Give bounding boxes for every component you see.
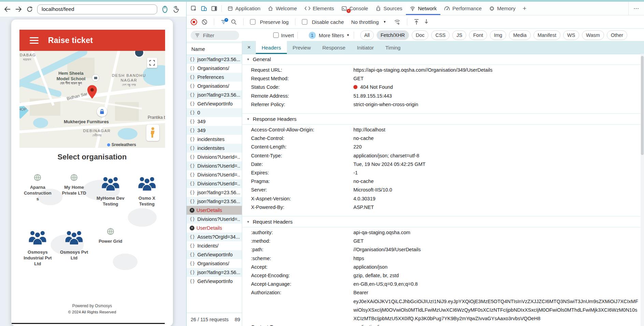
scrollbar-thumb[interactable]	[641, 56, 644, 155]
reload-button[interactable]	[26, 5, 33, 13]
request-row[interactable]: {} × Organisations/	[187, 82, 242, 90]
filter-chip[interactable]: CSS	[431, 30, 450, 40]
section-request-headers-header[interactable]: ▼ Request Headers	[242, 216, 641, 227]
inspect-element-icon[interactable]	[189, 2, 199, 15]
detail-tab-initiator[interactable]: Initiator	[351, 41, 380, 54]
forward-button[interactable]	[15, 5, 22, 13]
org-tile-aparna-constructions[interactable]: Aparna Constructions	[19, 173, 56, 227]
org-tile-osmosys-industrial[interactable]: Osmosys Industrial Pvt Ltd	[19, 227, 56, 267]
json-request-icon: {}	[190, 181, 195, 186]
org-tile-myhome-dev-testing[interactable]: MyHome Dev Testing	[92, 173, 129, 227]
search-icon[interactable]	[231, 19, 237, 25]
request-row[interactable]: {} × 349	[187, 126, 242, 135]
hamburger-menu-icon[interactable]	[30, 37, 39, 44]
request-row[interactable]: {} × json?latlng=23.56...	[187, 55, 242, 64]
devtools-tabbar: Application Welcome Elements Console × S…	[187, 2, 644, 15]
detail-tab-headers[interactable]: Headers	[256, 41, 287, 54]
filter-toggle-icon[interactable]: ×	[221, 19, 226, 25]
request-row[interactable]: {} × Incidents/	[187, 241, 242, 250]
request-row[interactable]: {} × GetViewportInfo	[187, 99, 242, 108]
org-tile-osmosys-pvt[interactable]: Osmosys Pvt Ltd	[56, 227, 92, 267]
filter-chip[interactable]: Wasm	[582, 30, 604, 40]
back-button[interactable]	[3, 5, 11, 13]
detail-tab-timing[interactable]: Timing	[380, 41, 406, 54]
request-row[interactable]: {} × UserDetails	[187, 224, 242, 232]
request-row[interactable]: {} × Divisions?UserId=...	[187, 215, 242, 224]
tab-elements[interactable]: Elements	[301, 2, 338, 15]
org-tile-osmo-x-testing[interactable]: Osmo X Testing	[129, 173, 165, 227]
filter-chip[interactable]: Font	[469, 30, 487, 40]
tab-performance[interactable]: Performance	[440, 2, 485, 15]
browser-toolbar: localhost/feed	[0, 2, 186, 17]
tab-sources[interactable]: Sources	[372, 2, 406, 15]
mouse-icon[interactable]	[161, 5, 169, 13]
request-row[interactable]: {} × Organisations/	[187, 259, 242, 268]
network-conditions-icon[interactable]	[394, 19, 400, 25]
fullscreen-button[interactable]	[147, 58, 157, 68]
close-detail-icon[interactable]: ×	[242, 41, 256, 54]
request-row[interactable]: {} × json?latlng=23.56...	[187, 197, 242, 206]
dock-side-icon[interactable]	[209, 2, 219, 15]
devtools-menu-button[interactable]: ⋯	[628, 2, 644, 15]
filter-chip[interactable]: All	[360, 30, 374, 40]
filter-chip[interactable]: Img	[490, 30, 506, 40]
request-row[interactable]: {} × 349	[187, 117, 242, 126]
request-row[interactable]: {} × UserDetails	[187, 206, 242, 215]
tab-network[interactable]: Network	[406, 2, 440, 15]
tab-welcome[interactable]: Welcome	[264, 2, 301, 15]
add-tab-button[interactable]: +	[519, 2, 530, 15]
detail-scrollbar[interactable]	[641, 54, 644, 326]
throttling-caret-icon[interactable]: ▼	[383, 20, 386, 24]
request-row[interactable]: {} × Assets?OrgId=34...	[187, 232, 242, 241]
request-row[interactable]: {} × Divisions?UserId=...	[187, 179, 242, 188]
filter-chip[interactable]: Media	[509, 30, 531, 40]
detail-tab-preview[interactable]: Preview	[287, 41, 317, 54]
request-row[interactable]: {} × incidentsites	[187, 135, 242, 144]
filter-input[interactable]: Filter	[191, 31, 239, 40]
name-column-header[interactable]: Name	[187, 43, 242, 55]
import-har-icon[interactable]	[414, 19, 419, 25]
url-bar[interactable]: localhost/feed	[37, 4, 157, 14]
request-row[interactable]: {} × Divisions?UserId=...	[187, 161, 242, 170]
request-row[interactable]: {} × 0	[187, 108, 242, 117]
request-row[interactable]: {} × Divisions?UserId=...	[187, 170, 242, 179]
filter-chip[interactable]: Other	[607, 30, 627, 40]
org-tile-my-home-private[interactable]: My Home Private LTD	[56, 173, 92, 227]
header-value: no-cache	[353, 177, 641, 186]
filter-chip[interactable]: JS	[452, 30, 466, 40]
request-row[interactable]: {} × Divisions?UserId=...	[187, 153, 242, 161]
invert-checkbox[interactable]	[273, 32, 279, 38]
device-toolbar-icon[interactable]	[199, 2, 209, 15]
tab-console[interactable]: Console ×	[338, 2, 372, 15]
request-row[interactable]: {} × GetViewportInfo	[187, 277, 242, 286]
app-title: Raise ticket	[48, 36, 93, 45]
json-request-icon: {}	[190, 57, 195, 62]
request-row[interactable]: {} × json?latlng=23.56...	[187, 188, 242, 197]
request-row[interactable]: {} × Preferences	[187, 73, 242, 82]
filter-chip[interactable]: WS	[563, 30, 579, 40]
throttling-select[interactable]: No throttling	[351, 19, 379, 25]
tab-application[interactable]: Application	[224, 2, 264, 15]
disable-cache-checkbox[interactable]	[302, 19, 307, 25]
preserve-log-checkbox[interactable]	[250, 19, 255, 25]
request-row[interactable]: {} × Organisations/	[187, 64, 242, 73]
request-row[interactable]: {} × json?latlng=23.56...	[187, 90, 242, 99]
export-har-icon[interactable]	[424, 19, 429, 25]
detail-tab-response[interactable]: Response	[317, 41, 351, 54]
request-row[interactable]: {} × incidentsites	[187, 144, 242, 153]
request-row[interactable]: {} × json?latlng=23.56...	[187, 268, 242, 277]
filter-chip[interactable]: Doc	[412, 30, 429, 40]
request-row[interactable]: {} × GetViewportInfo	[187, 250, 242, 259]
section-general-header[interactable]: ▼ General	[242, 54, 641, 65]
more-filters-button[interactable]: More filters ▼	[319, 32, 350, 38]
org-tile-power-grid[interactable]: Power Grid	[92, 227, 129, 267]
touch-scroll-icon[interactable]	[172, 5, 180, 13]
pegman-icon[interactable]	[146, 125, 159, 141]
tab-memory[interactable]: Memory	[485, 2, 519, 15]
filter-chip[interactable]: Manifest	[533, 30, 560, 40]
record-button[interactable]	[191, 19, 197, 25]
filter-chip[interactable]: Fetch/XHR	[377, 30, 409, 40]
map[interactable]: IDABAG মায়াবাগ Hem Sheela Model School …	[19, 51, 165, 148]
clear-button[interactable]	[202, 19, 207, 25]
section-response-headers-header[interactable]: ▼ Response Headers	[242, 113, 641, 125]
